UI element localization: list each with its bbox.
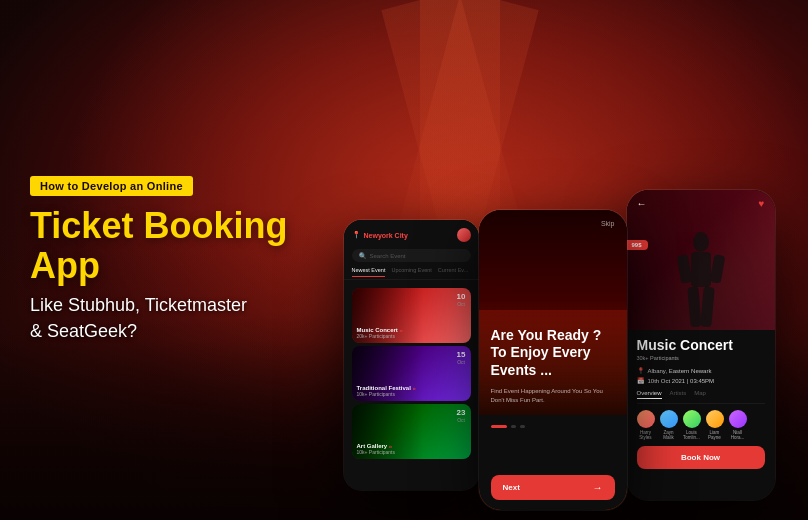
skip-button[interactable]: Skip	[601, 220, 615, 227]
tabs-row: Newest Event Upcoming Event Current Ev..…	[344, 265, 479, 280]
datetime-text: 10th Oct 2021 | 03:45PM	[648, 378, 715, 384]
phone-event-detail: ← ♥ 99$ Music Concert 30k+ Participants …	[627, 190, 775, 500]
artist-name-1: HarryStyles	[639, 430, 651, 440]
location-row: 📍 Albany, Eastern Newark	[637, 367, 765, 374]
svg-rect-2	[676, 254, 692, 283]
performer-silhouette	[671, 230, 731, 330]
calendar-icon: 📅	[637, 377, 644, 384]
artist-avatar-1	[637, 410, 655, 428]
phone-header: 📍 Newyork City	[344, 220, 479, 246]
price-badge: 99$	[627, 240, 648, 250]
artist-harry-styles[interactable]: HarryStyles	[637, 410, 655, 440]
gallery-day: 23	[457, 409, 466, 417]
tab-current-event[interactable]: Current Ev...	[438, 267, 468, 277]
artist-liam-payne[interactable]: LiamPayne	[706, 410, 724, 440]
content-wrapper: How to Develop an Online Ticket Booking …	[0, 0, 808, 520]
events-list: Music Concert » 20k+ Participants 10 Oct…	[344, 280, 479, 490]
festival-date: 15 Oct	[457, 351, 466, 365]
dot-1-active	[491, 425, 507, 428]
datetime-row: 📅 10th Oct 2021 | 03:45PM	[637, 377, 765, 384]
onboarding-description: Find Event Happening Around You So You D…	[491, 387, 615, 405]
location-text: Albany, Eastern Newark	[648, 368, 712, 374]
svg-point-0	[693, 232, 709, 252]
main-title: Ticket Booking App	[30, 206, 290, 285]
concert-date: 10 Oct	[457, 293, 466, 307]
book-now-button[interactable]: Book Now	[637, 446, 765, 469]
onboarding-bottom-bar: Next →	[479, 415, 627, 510]
dot-2	[511, 425, 516, 428]
location-pin-icon: 📍	[352, 231, 361, 239]
pagination-dots	[491, 425, 615, 428]
back-button[interactable]: ←	[637, 198, 647, 209]
user-avatar	[457, 228, 471, 242]
tab-newest-event[interactable]: Newest Event	[352, 267, 386, 277]
festival-arrow: »	[413, 385, 416, 391]
artist-louis-tomlinson[interactable]: LouisTomlin...	[683, 410, 701, 440]
artist-avatar-2	[660, 410, 678, 428]
svg-rect-4	[687, 287, 701, 328]
artists-row: HarryStyles ZaynMalik LouisTomlin...	[637, 410, 765, 440]
concert-month: Oct	[457, 301, 466, 307]
search-placeholder: Search Event	[370, 253, 406, 259]
festival-info: Traditional Festival » 10k+ Participants	[357, 385, 416, 397]
event-card-gallery[interactable]: Art Gallery » 10k+ Participants 23 Oct	[352, 404, 471, 459]
tab-upcoming-event[interactable]: Upcoming Event	[391, 267, 431, 277]
next-label: Next	[503, 483, 520, 492]
detail-participants: 30k+ Participants	[637, 355, 765, 361]
svg-rect-5	[700, 287, 714, 328]
concert-day: 10	[457, 293, 466, 301]
onboarding-title: Are You Ready ? To Enjoy Every Events ..…	[491, 327, 615, 380]
artist-avatar-5	[729, 410, 747, 428]
gallery-info: Art Gallery » 10k+ Participants	[357, 443, 396, 455]
gallery-month: Oct	[457, 417, 466, 423]
detail-event-name: Music Concert	[637, 338, 765, 353]
location-label: 📍 Newyork City	[352, 231, 408, 239]
next-arrow-icon: →	[593, 482, 603, 493]
festival-month: Oct	[457, 359, 466, 365]
location-icon: 📍	[637, 367, 644, 374]
festival-day: 15	[457, 351, 466, 359]
phone-right-inner: ← ♥ 99$ Music Concert 30k+ Participants …	[627, 190, 775, 500]
onboarding-text: Are You Ready ? To Enjoy Every Events ..…	[491, 327, 615, 406]
detail-tabs: Overview Artists Map	[637, 390, 765, 404]
artist-name-5: NiallHora...	[731, 430, 745, 440]
event-card-festival[interactable]: Traditional Festival » 10k+ Participants…	[352, 346, 471, 401]
event-card-concert[interactable]: Music Concert » 20k+ Participants 10 Oct	[352, 288, 471, 343]
event-detail-content: Music Concert 30k+ Participants 📍 Albany…	[627, 330, 775, 500]
artist-zayn-malik[interactable]: ZaynMalik	[660, 410, 678, 440]
artist-name-2: ZaynMalik	[663, 430, 674, 440]
festival-participants: 10k+ Participants	[357, 391, 416, 397]
phone-left-inner: 📍 Newyork City 🔍 Search Event Newest Eve…	[344, 220, 479, 490]
gallery-participants: 10k+ Participants	[357, 449, 396, 455]
favorite-button[interactable]: ♥	[759, 198, 765, 209]
sub-title: Like Stubhub, Ticketmaster& SeatGeek?	[30, 293, 290, 343]
gallery-date: 23 Oct	[457, 409, 466, 423]
concert-participants: 20k+ Participants	[357, 333, 403, 339]
svg-rect-1	[691, 252, 711, 287]
artist-name-4: LiamPayne	[708, 430, 721, 440]
event-hero-image: ← ♥ 99$	[627, 190, 775, 330]
next-button[interactable]: Next →	[491, 475, 615, 500]
phone-event-list: 📍 Newyork City 🔍 Search Event Newest Eve…	[344, 220, 479, 490]
search-icon: 🔍	[359, 252, 366, 259]
tab-map[interactable]: Map	[694, 390, 706, 399]
tag-box: How to Develop an Online	[30, 176, 193, 196]
concert-arrow: »	[400, 327, 403, 333]
artist-niall-horan[interactable]: NiallHora...	[729, 410, 747, 440]
concert-info: Music Concert » 20k+ Participants	[357, 327, 403, 339]
tab-artists[interactable]: Artists	[670, 390, 687, 399]
phone-middle-inner: Skip Are You Ready ? To Enjoy Every Even…	[479, 210, 627, 510]
artist-name-3: LouisTomlin...	[683, 430, 700, 440]
phones-container: 📍 Newyork City 🔍 Search Event Newest Eve…	[310, 0, 808, 520]
dot-3	[520, 425, 525, 428]
artist-avatar-3	[683, 410, 701, 428]
left-text-section: How to Develop an Online Ticket Booking …	[0, 136, 310, 384]
artist-avatar-4	[706, 410, 724, 428]
svg-rect-3	[709, 254, 725, 283]
phone-onboarding: Skip Are You Ready ? To Enjoy Every Even…	[479, 210, 627, 510]
tab-overview[interactable]: Overview	[637, 390, 662, 399]
search-bar[interactable]: 🔍 Search Event	[352, 249, 471, 262]
